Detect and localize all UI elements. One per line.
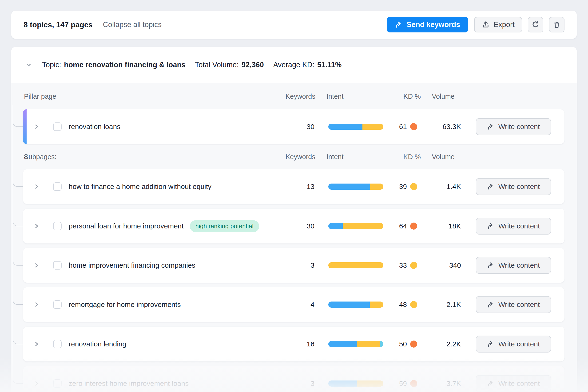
page-title: zero interest home improvement loans [69, 380, 189, 388]
volume-value: 340 [423, 248, 461, 283]
keywords-count: 13 [281, 169, 315, 204]
kd-dot [410, 222, 417, 230]
write-content-button[interactable]: Write content [476, 296, 551, 313]
expand-row-button[interactable] [33, 366, 41, 392]
volume-value: 2.2K [423, 327, 461, 362]
kd-dot [410, 301, 417, 308]
row-checkbox[interactable] [53, 340, 62, 348]
kd-dot [410, 123, 417, 130]
write-content-button[interactable]: Write content [476, 178, 551, 195]
share-arrow-icon [487, 183, 495, 190]
intent-bar [328, 223, 383, 229]
tree-branch [13, 375, 23, 384]
keywords-count: 16 [281, 327, 315, 362]
chevron-right-icon [33, 222, 41, 230]
subpage-row: personal loan for home improvement high … [23, 209, 564, 244]
tree-branch [13, 118, 23, 127]
row-checkbox[interactable] [53, 182, 62, 191]
volume-value: 1.4K [423, 169, 461, 204]
average-kd: Average KD: 51.11% [273, 61, 342, 69]
kd-dot [410, 340, 417, 348]
keywords-header: Keywords [278, 149, 316, 164]
keywords-count: 3 [281, 366, 315, 392]
export-icon [482, 21, 490, 29]
chevron-right-icon [33, 123, 41, 130]
kd-value: 61 [383, 109, 407, 144]
expand-row-button[interactable] [33, 287, 41, 322]
expand-row-button[interactable] [33, 248, 41, 283]
keywords-count: 3 [281, 248, 315, 283]
chevron-down-icon [25, 61, 33, 68]
subpage-row: remortgage for home improvements 4 48 2.… [23, 287, 564, 322]
kd-value: 50 [383, 327, 407, 362]
refresh-icon [531, 20, 540, 29]
topics-pages-summary: 8 topics, 147 pages [24, 20, 92, 29]
delete-button[interactable] [549, 17, 564, 32]
intent-header: Intent [327, 149, 344, 164]
refresh-button[interactable] [528, 17, 543, 32]
row-checkbox[interactable] [53, 261, 62, 270]
tree-branch [13, 335, 23, 344]
write-content-button[interactable]: Write content [476, 218, 551, 234]
page-title: renovation lending [69, 340, 126, 348]
row-checkbox[interactable] [53, 379, 62, 388]
page-title: remortgage for home improvements [69, 300, 181, 308]
subpage-row: home improvement financing companies 3 3… [23, 248, 564, 283]
intent-bar [328, 341, 383, 347]
share-arrow-icon [487, 380, 495, 387]
pillar-page-row: renovation loans 30 61 63.3K Write conte… [23, 109, 564, 144]
volume-value: 18K [423, 209, 461, 244]
chevron-right-icon [33, 340, 41, 348]
chevron-right-icon [33, 183, 41, 190]
trash-icon [553, 21, 561, 29]
write-content-button[interactable]: Write content [476, 336, 551, 352]
chevron-right-icon [33, 380, 41, 387]
expand-row-button[interactable] [33, 109, 41, 144]
volume-value: 2.1K [423, 287, 461, 322]
row-checkbox[interactable] [53, 300, 62, 309]
expand-row-button[interactable] [33, 327, 41, 362]
kd-dot [410, 183, 417, 190]
collapse-all-topics-link[interactable]: Collapse all topics [103, 20, 162, 29]
tree-branch [13, 178, 23, 187]
export-button[interactable]: Export [474, 17, 522, 32]
subpage-row: renovation lending 16 50 2.2K Write cont… [23, 327, 564, 362]
volume-header: Volume [432, 149, 455, 164]
kd-value: 33 [383, 248, 407, 283]
subpage-row: zero interest home improvement loans 3 5… [23, 366, 564, 392]
intent-header: Intent [327, 89, 344, 104]
page-title: renovation loans [69, 123, 120, 131]
expand-row-button[interactable] [33, 209, 41, 244]
expand-row-button[interactable] [33, 169, 41, 204]
pillar-column-headers: Pillar page Keywords Intent KD % Volume [11, 89, 577, 104]
keywords-count: 30 [281, 109, 315, 144]
subpages-column-headers: Subpages: 8 Keywords Intent KD % Volume [11, 149, 577, 164]
share-arrow-icon [487, 123, 495, 130]
high-ranking-potential-badge: high ranking potential [190, 220, 259, 232]
row-checkbox[interactable] [53, 122, 62, 131]
topic-collapse-toggle[interactable] [25, 61, 33, 69]
kd-dot [410, 380, 417, 387]
topic-header: Topic: home renovation financing & loans… [11, 47, 577, 83]
share-arrow-icon [487, 262, 495, 269]
row-checkbox[interactable] [53, 222, 62, 230]
write-content-button[interactable]: Write content [476, 118, 551, 135]
subpage-row: how to finance a home addition without e… [23, 169, 564, 204]
chevron-right-icon [33, 262, 41, 269]
page-title: home improvement financing companies [69, 261, 195, 269]
keywords-count: 30 [281, 209, 315, 244]
kd-value: 48 [383, 287, 407, 322]
toolbar: 8 topics, 147 pages Collapse all topics … [11, 10, 577, 39]
topic-card: Topic: home renovation financing & loans… [11, 47, 577, 392]
topic-name: Topic: home renovation financing & loans [42, 61, 186, 69]
tree-branch [13, 257, 23, 266]
write-content-button[interactable]: Write content [476, 375, 551, 392]
pillar-accent-bar [23, 109, 27, 144]
intent-bar [328, 380, 383, 386]
kd-value: 64 [383, 209, 407, 244]
send-keywords-button[interactable]: Send keywords [387, 17, 468, 32]
page-title: personal loan for home improvement [69, 222, 184, 230]
write-content-button[interactable]: Write content [476, 257, 551, 274]
kd-dot [410, 262, 417, 269]
intent-bar [328, 184, 383, 190]
